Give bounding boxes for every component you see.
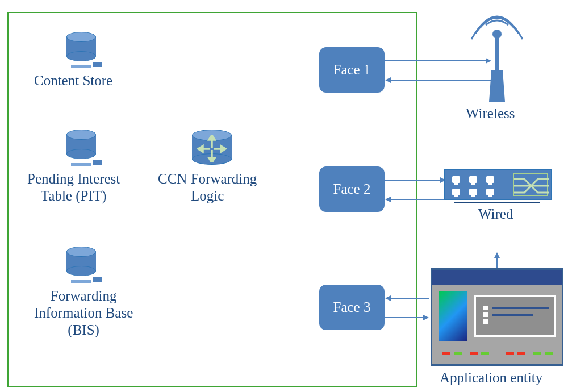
face-box-3: Face 3 [319, 285, 385, 330]
wireless-antenna-icon [463, 2, 531, 102]
wired-label: Wired [478, 206, 513, 223]
svg-rect-9 [495, 36, 499, 70]
database-icon [192, 130, 232, 165]
face-1-label: Face 1 [333, 62, 371, 78]
arrow-head-icon [494, 252, 500, 258]
arrow-app-out [496, 257, 498, 268]
application-entity-label: Application entity [440, 369, 542, 386]
pit-label: Pending Interest Table (PIT) [27, 170, 120, 205]
face-3-label: Face 3 [333, 299, 371, 315]
arrow-face2-to-wired [385, 180, 440, 181]
content-store-label: Content Store [34, 72, 112, 89]
face-box-1: Face 1 [319, 47, 385, 93]
fib-label: Forwarding Information Base (BIS) [34, 287, 133, 339]
arrow-head-icon [385, 77, 391, 83]
arrow-head-icon [385, 197, 391, 202]
database-icon [66, 247, 96, 276]
arrow-head-icon [423, 315, 429, 320]
arrow-wired-to-face2 [391, 199, 446, 200]
svg-marker-10 [489, 70, 505, 102]
wired-underline [454, 202, 540, 203]
ccn-forwarding-logic-label: CCN Forwarding Logic [158, 170, 257, 205]
wireless-label: Wireless [466, 105, 515, 122]
face-box-2: Face 2 [319, 166, 385, 212]
arrow-face3-to-app [385, 317, 423, 318]
face-2-label: Face 2 [333, 181, 371, 197]
arrow-head-icon [385, 295, 391, 301]
arrow-app-to-face3 [391, 298, 429, 299]
diagram-canvas: Content Store Pending Interest Table (PI… [0, 0, 568, 392]
database-icon [66, 32, 96, 61]
ethernet-switch-icon [444, 169, 552, 200]
application-window-icon [431, 268, 563, 366]
database-icon [66, 130, 96, 159]
